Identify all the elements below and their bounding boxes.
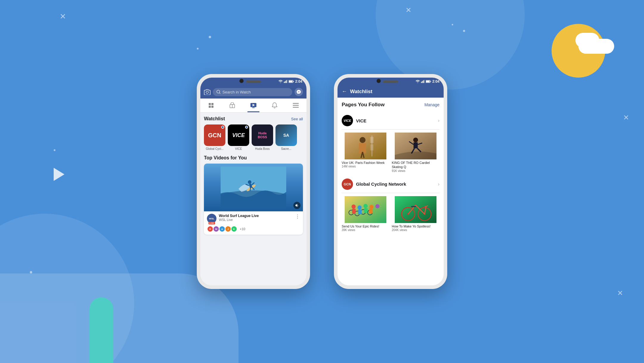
reactions-row: R M A J K +10: [204, 226, 303, 235]
svg-rect-3: [287, 80, 287, 83]
svg-rect-33: [422, 81, 422, 83]
video-channel: WSL Live: [219, 218, 293, 222]
cycling-crowd-svg: [342, 196, 389, 223]
search-bar[interactable]: Search in Watch: [213, 88, 292, 96]
bell-icon: [272, 102, 277, 108]
vice-video-2[interactable]: KING OF THE RO Cardiel Skating Q 91K vie…: [392, 133, 439, 173]
gcn-label: Global Cycl...: [204, 147, 225, 150]
vice-video-1-views: 14M views: [342, 165, 389, 168]
watch-header: Search in Watch: [200, 85, 306, 99]
watchlist-item-vice[interactable]: VICE VICE: [228, 124, 249, 150]
svg-point-56: [352, 204, 356, 209]
see-all-link[interactable]: See all: [291, 117, 303, 121]
messenger-icon[interactable]: [295, 88, 303, 96]
news-feed-icon: [208, 102, 214, 108]
battery-icon-right: [426, 80, 431, 83]
watchlist-item-gcn[interactable]: GCN Global Cycl...: [204, 124, 225, 150]
featured-video-card[interactable]: WSL LIVE World Surf League Live WSL Live…: [204, 164, 303, 235]
svg-rect-38: [426, 81, 430, 82]
menu-icon: [293, 103, 299, 108]
gcn-video-2-title: How To Make Yo Spotless!: [392, 224, 439, 228]
messenger-svg: [296, 90, 301, 94]
volume-icon[interactable]: [293, 202, 301, 209]
pages-follow-title: Pages You Follow: [342, 102, 385, 108]
bike-svg: [392, 196, 439, 223]
vice-logo-text: VICE: [232, 132, 245, 139]
reactions-count: +10: [240, 227, 245, 231]
svg-rect-67: [364, 208, 368, 213]
gcn-video-1[interactable]: Send Us Your Epic Rides! 39K views: [342, 196, 389, 232]
vice-unread-dot: [245, 126, 248, 129]
more-options-button[interactable]: ⋮: [295, 214, 300, 219]
status-bar-right: 2:04: [338, 78, 444, 85]
huda-text: HudaBOSS: [258, 131, 267, 139]
nav-watch[interactable]: [247, 101, 259, 110]
svg-rect-34: [423, 81, 423, 83]
vice-page-row[interactable]: VICE VICE ›: [342, 112, 439, 130]
gcn-page-row[interactable]: GCN Global Cycling Network ›: [342, 176, 439, 193]
dot-5: [30, 271, 32, 273]
watchlist-detail-content[interactable]: Pages You Follow Manage VICE VICE ›: [338, 98, 444, 285]
svg-rect-68: [369, 209, 373, 213]
vice-video-2-title: KING OF THE RO Cardiel Skating Q: [392, 161, 439, 169]
nav-icons-bar: [200, 99, 306, 113]
gcn-video-2[interactable]: How To Make Yo Spotless! 204K views: [392, 196, 439, 232]
epic-rides-thumb: [342, 196, 389, 223]
svg-rect-37: [430, 81, 431, 82]
search-icon: [216, 90, 221, 94]
video-title: World Surf League Live: [219, 214, 293, 218]
play-button-decoration: [54, 168, 64, 181]
svg-point-58: [363, 204, 368, 208]
huda-label: Huda Boss: [252, 147, 273, 150]
vice-video-1[interactable]: Vice UK: Paris Fashion Week 14M views: [342, 133, 389, 173]
surf-scene: [221, 167, 286, 208]
svg-line-9: [219, 93, 220, 94]
watchlist-item-sacre[interactable]: SA Sacre...: [275, 124, 297, 150]
vice-thumbnail: VICE: [228, 124, 249, 146]
svg-point-7: [206, 91, 208, 93]
svg-rect-5: [293, 81, 294, 82]
x-mark-1: ✕: [60, 12, 66, 21]
svg-rect-50: [414, 142, 418, 148]
phone-left: 2:04 Search in Watch: [197, 74, 310, 289]
nav-menu[interactable]: [290, 101, 302, 110]
watchlist-item-huda[interactable]: HudaBOSS Huda Boss: [252, 124, 273, 150]
watch-content-area[interactable]: Watchlist See all GCN Global Cycl...: [200, 113, 306, 285]
top-videos-title: Top Videos for You: [204, 155, 303, 161]
sacre-logo-bg: SA: [275, 124, 297, 146]
sacre-text: SA: [283, 133, 289, 138]
nav-notifications[interactable]: [269, 101, 281, 110]
svg-rect-10: [209, 103, 211, 105]
svg-rect-2: [286, 81, 286, 83]
reaction-avatar-5: K: [231, 226, 237, 232]
gcn-video-2-views: 204K views: [392, 228, 439, 232]
vice-video-2-views: 91K views: [392, 169, 439, 173]
nav-store[interactable]: [226, 101, 238, 110]
live-badge: LIVE: [208, 222, 215, 224]
back-button[interactable]: ←: [342, 88, 347, 95]
watchlist-title: Watchlist: [204, 116, 225, 121]
camera-icon[interactable]: [204, 89, 210, 95]
status-icons-right: 2:04: [416, 79, 439, 84]
dot-2: [197, 48, 199, 50]
status-icons-left: 2:04: [278, 79, 302, 84]
svg-rect-13: [211, 106, 213, 108]
svg-marker-31: [295, 204, 297, 207]
manage-link[interactable]: Manage: [424, 102, 439, 107]
gcn-video-grid: Send Us Your Epic Rides! 39K views: [342, 196, 439, 232]
svg-rect-21: [293, 107, 299, 108]
dot-3: [463, 30, 465, 32]
battery-icon: [289, 80, 294, 83]
wifi-icon: [278, 80, 283, 83]
video-meta: World Surf League Live WSL Live: [219, 214, 293, 222]
nav-news-feed[interactable]: [205, 101, 217, 110]
vice-chevron: ›: [438, 118, 439, 123]
teal-shape: [89, 297, 113, 363]
spotless-thumb: [392, 196, 439, 223]
gcn-unread-dot: [221, 126, 224, 129]
svg-point-40: [360, 137, 366, 143]
gcn-thumbnail: GCN: [204, 124, 225, 146]
gcn-video-1-title: Send Us Your Epic Rides!: [342, 224, 389, 228]
dot-1: [209, 36, 211, 38]
svg-rect-35: [424, 80, 424, 83]
